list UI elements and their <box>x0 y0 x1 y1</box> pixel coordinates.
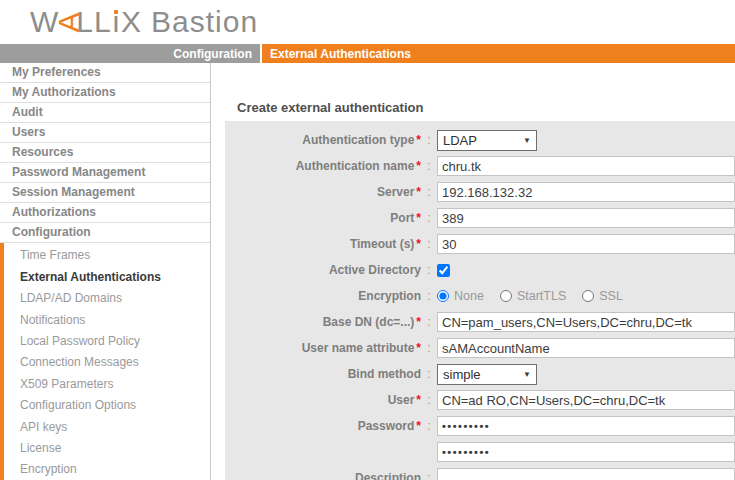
page-title: Create external authentication <box>237 100 735 115</box>
sidebar-item-configuration[interactable]: Configuration <box>0 223 210 243</box>
form-row-password: Password* : <box>225 413 735 439</box>
sidebar-item-my-authorizations[interactable]: My Authorizations <box>0 83 210 103</box>
server-input[interactable] <box>437 182 735 202</box>
label-colon: : <box>421 237 437 251</box>
active-directory-checkbox[interactable] <box>437 264 450 277</box>
sidebar-configuration-submenu: Time Frames External Authentications LDA… <box>0 243 210 480</box>
sidebar-item-authorizations[interactable]: Authorizations <box>0 203 210 223</box>
form-row-timeout: Timeout (s)* : <box>225 231 735 257</box>
form-row-authentication-type: Authentication type* : LDAP ▼ <box>225 127 735 153</box>
sidebar-item-session-management[interactable]: Session Management <box>0 183 210 203</box>
sidebar-item-my-preferences[interactable]: My Preferences <box>0 63 210 83</box>
sidebar-subitem-notifications[interactable]: Notifications <box>4 309 210 330</box>
sidebar-subitem-x509-parameters[interactable]: X509 Parameters <box>4 373 210 394</box>
sidebar-subitem-local-password-policy[interactable]: Local Password Policy <box>4 330 210 351</box>
form-row-password-confirm <box>225 439 735 465</box>
sidebar-item-audit[interactable]: Audit <box>0 103 210 123</box>
sidebar-subitem-api-keys[interactable]: API keys <box>4 416 210 437</box>
logo-product-name: Bastion <box>151 5 258 38</box>
sidebar-subitem-ldap-ad-domains[interactable]: LDAP/AD Domains <box>4 288 210 309</box>
server-label: Server <box>377 185 414 199</box>
password-input[interactable] <box>437 416 735 436</box>
breadcrumb-bar: Configuration External Authentications <box>0 44 735 63</box>
encryption-option-none-label[interactable]: None <box>454 289 484 303</box>
label-colon: : <box>421 185 437 199</box>
sidebar-subitem-connection-messages[interactable]: Connection Messages <box>4 352 210 373</box>
encryption-radio-group: None StartTLS SSL <box>437 289 639 303</box>
sidebar-subitem-configuration-options[interactable]: Configuration Options <box>4 394 210 415</box>
description-textarea[interactable] <box>437 468 735 480</box>
form-row-user-name-attribute: User name attribute* : <box>225 335 735 361</box>
label-colon: : <box>421 419 437 433</box>
form-row-bind-method: Bind method : simple ▼ <box>225 361 735 387</box>
user-name-attribute-label: User name attribute <box>302 341 415 355</box>
label-colon: : <box>421 393 437 407</box>
user-input[interactable] <box>437 390 735 410</box>
port-input[interactable] <box>437 208 735 228</box>
label-colon: : <box>421 289 437 303</box>
encryption-radio-none[interactable] <box>437 290 449 302</box>
form-row-active-directory: Active Directory : <box>225 257 735 283</box>
form-row-base-dn: Base DN (dc=...)* : <box>225 309 735 335</box>
label-colon: : <box>421 263 437 277</box>
app-header: WALLıXBastion <box>0 0 735 44</box>
sidebar-item-password-management[interactable]: Password Management <box>0 163 210 183</box>
main-area: My Preferences My Authorizations Audit U… <box>0 63 735 480</box>
encryption-option-ssl-label[interactable]: SSL <box>599 289 623 303</box>
logo-rotated-a-icon: A <box>54 11 84 32</box>
base-dn-input[interactable] <box>437 312 735 332</box>
sidebar-subitem-external-authentications[interactable]: External Authentications <box>4 266 210 287</box>
external-authentication-form: Authentication type* : LDAP ▼ Authentica… <box>225 121 735 480</box>
logo-letter-x: X <box>121 5 142 38</box>
description-label: Description <box>355 471 421 480</box>
label-colon: : <box>421 211 437 225</box>
form-row-user: User* : <box>225 387 735 413</box>
sidebar-nav: My Preferences My Authorizations Audit U… <box>0 63 211 480</box>
authentication-type-select[interactable]: LDAP <box>437 130 537 151</box>
label-colon: : <box>421 367 437 381</box>
bind-method-label: Bind method <box>348 367 421 381</box>
form-row-server: Server* : <box>225 179 735 205</box>
sidebar-item-resources[interactable]: Resources <box>0 143 210 163</box>
form-row-description: Description : <box>225 465 735 480</box>
base-dn-label: Base DN (dc=...) <box>323 315 415 329</box>
label-colon: : <box>421 341 437 355</box>
bind-method-select[interactable]: simple <box>437 364 537 385</box>
user-name-attribute-input[interactable] <box>437 338 735 358</box>
encryption-radio-starttls[interactable] <box>500 290 512 302</box>
form-row-authentication-name: Authentication name* : <box>225 153 735 179</box>
label-colon: : <box>421 465 437 480</box>
active-directory-label: Active Directory <box>329 263 421 277</box>
password-confirm-input[interactable] <box>437 442 735 462</box>
sidebar-item-users[interactable]: Users <box>0 123 210 143</box>
timeout-label: Timeout (s) <box>350 237 414 251</box>
label-colon: : <box>421 159 437 173</box>
authentication-type-label: Authentication type <box>302 133 414 147</box>
encryption-option-starttls-label[interactable]: StartTLS <box>517 289 566 303</box>
sidebar-subitem-encryption[interactable]: Encryption <box>4 459 210 480</box>
sidebar-subitem-time-frames[interactable]: Time Frames <box>4 245 210 266</box>
logo-i-orange-dot-icon <box>114 10 118 14</box>
password-label: Password <box>358 419 415 433</box>
sidebar-subitem-license[interactable]: License <box>4 437 210 458</box>
authentication-name-input[interactable] <box>437 156 735 176</box>
encryption-label: Encryption <box>358 289 421 303</box>
breadcrumb-external-authentications[interactable]: External Authentications <box>262 44 735 63</box>
authentication-name-label: Authentication name <box>296 159 415 173</box>
timeout-input[interactable] <box>437 234 735 254</box>
breadcrumb-configuration[interactable]: Configuration <box>0 44 260 63</box>
wallix-bastion-logo: WALLıXBastion <box>30 7 258 37</box>
label-colon: : <box>421 315 437 329</box>
content-area: Create external authentication Authentic… <box>225 63 735 480</box>
form-row-port: Port* : <box>225 205 735 231</box>
form-row-encryption: Encryption : None StartTLS SSL <box>225 283 735 309</box>
port-label: Port <box>390 211 414 225</box>
encryption-radio-ssl[interactable] <box>582 290 594 302</box>
logo-letter-i: ı <box>112 7 121 37</box>
user-label: User <box>388 393 415 407</box>
label-colon: : <box>421 133 437 147</box>
